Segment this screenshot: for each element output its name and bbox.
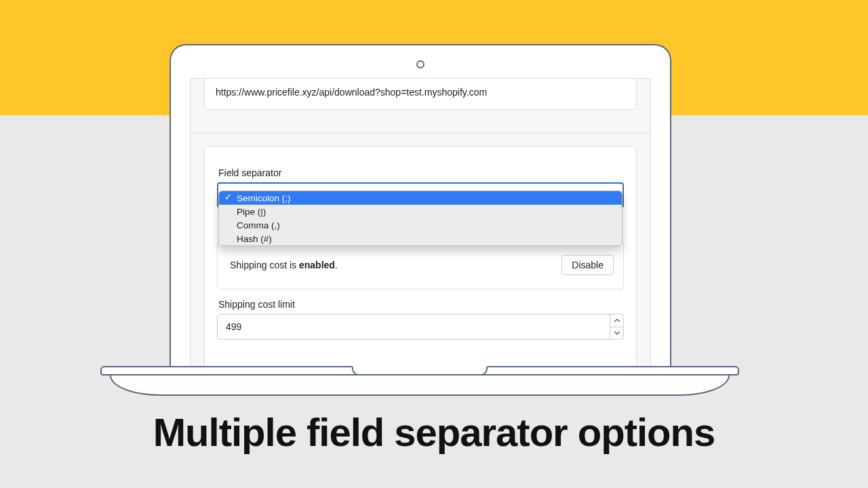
section-divider [191,133,650,134]
laptop-trackpad-notch [352,366,488,375]
shipping-cost-limit-label: Shipping cost limit [218,299,623,310]
shipping-cost-status-text: Shipping cost is enabled. [230,260,338,270]
download-url-text: https://www.pricefile.xyz/api/download?s… [216,87,487,98]
chevron-up-icon [614,319,620,323]
quantity-stepper [610,314,623,339]
app-viewport: https://www.pricefile.xyz/api/download?s… [190,78,651,366]
field-separator-select[interactable]: Semicolon (;) Pipe (|) Comma (,) Hash (#… [217,182,624,208]
settings-card: Field separator Semicolon (;) Pipe (|) C… [204,146,637,366]
stepper-down-button[interactable] [610,327,623,340]
field-separator-label: Field separator [218,167,623,178]
shipping-cost-limit-input[interactable] [218,314,607,339]
download-url-card: https://www.pricefile.xyz/api/download?s… [204,79,637,110]
laptop-screen: https://www.pricefile.xyz/api/download?s… [170,44,671,366]
field-separator-dropdown: Semicolon (;) Pipe (|) Comma (,) Hash (#… [218,190,623,246]
shipping-cost-status-box: Shipping cost is enabled. Disable [217,241,624,289]
field-separator-option-comma[interactable]: Comma (,) [219,218,622,232]
field-separator-option-semicolon[interactable]: Semicolon (;) [219,191,622,205]
shipping-cost-limit-input-wrap [217,314,624,340]
camera-icon [416,60,425,68]
disable-button[interactable]: Disable [561,255,614,275]
stepper-up-button[interactable] [610,314,623,327]
shipping-status-prefix: Shipping cost is [230,260,299,270]
field-separator-option-pipe[interactable]: Pipe (|) [219,205,622,218]
field-separator-option-hash[interactable]: Hash (#) [219,232,622,245]
laptop-base-top [100,366,739,375]
chevron-down-icon [614,331,620,335]
marketing-caption: Multiple field separator options [0,409,868,455]
shipping-status-value: enabled [299,260,335,270]
laptop-base-bottom [110,375,730,396]
shipping-status-suffix: . [335,260,338,270]
